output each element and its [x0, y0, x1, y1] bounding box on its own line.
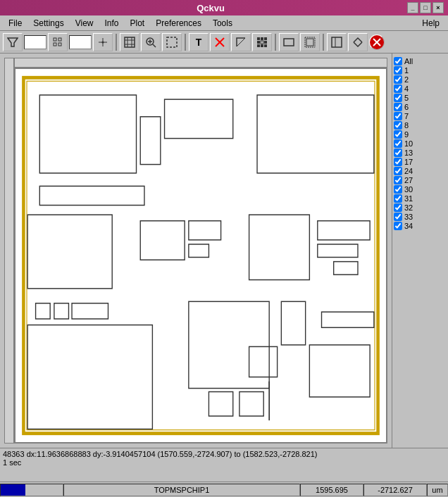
- layer-checkbox-5[interactable]: [394, 94, 402, 102]
- layer-item-1: 1: [394, 66, 447, 75]
- layer-checkbox-2[interactable]: [394, 75, 402, 84]
- menu-view[interactable]: View: [70, 17, 99, 30]
- layer-checkbox-27[interactable]: [394, 176, 402, 184]
- menu-tools[interactable]: Tools: [207, 17, 238, 30]
- layer-checkbox-24[interactable]: [394, 167, 402, 175]
- menu-file[interactable]: File: [3, 17, 27, 30]
- svg-rect-22: [261, 37, 263, 40]
- layer-checkbox-33[interactable]: [394, 213, 402, 221]
- svg-rect-17: [167, 37, 177, 47]
- layer-item-6: 6: [394, 103, 447, 111]
- expand-button[interactable]: [348, 33, 368, 51]
- layer-item-9: 9: [394, 130, 447, 139]
- layer-checkbox-34[interactable]: [394, 222, 402, 230]
- layer-panel: All1245678910131724273031323334: [392, 54, 448, 448]
- close-button[interactable]: ×: [433, 2, 444, 13]
- menu-bar: File Settings View Info Plot Preferences…: [0, 15, 448, 31]
- layer-item-2: 2: [394, 75, 447, 84]
- layer-item-17: 17: [394, 158, 447, 166]
- svg-rect-3: [54, 43, 56, 46]
- svg-line-20: [237, 38, 245, 46]
- layer-checkbox-13[interactable]: [394, 149, 402, 157]
- layer-checkbox-8[interactable]: [394, 121, 402, 130]
- unit-field: um: [427, 484, 448, 496]
- rect-button[interactable]: [279, 33, 299, 51]
- minimize-button[interactable]: _: [407, 2, 418, 13]
- layer-checkbox-4[interactable]: [394, 84, 402, 93]
- layer-item-all: All: [394, 57, 447, 65]
- close-red-button[interactable]: [369, 34, 385, 50]
- menu-plot[interactable]: Plot: [125, 17, 151, 30]
- layer-checkbox-6[interactable]: [394, 103, 402, 111]
- corner-button[interactable]: [231, 33, 251, 51]
- layer-label-34: 34: [404, 222, 413, 230]
- separator-4: [323, 34, 324, 51]
- pattern-button[interactable]: [252, 33, 272, 51]
- layer-checkbox-1[interactable]: [394, 66, 402, 75]
- svg-rect-33: [332, 37, 342, 47]
- layer-toggle-button[interactable]: [327, 33, 347, 51]
- progress-bar: [0, 484, 63, 496]
- layer-checkbox-30[interactable]: [394, 185, 402, 194]
- layer-item-8: 8: [394, 121, 447, 130]
- ruler-top: [14, 58, 387, 68]
- svg-rect-21: [257, 37, 260, 40]
- layer-label-17: 17: [404, 158, 413, 166]
- svg-line-14: [153, 44, 156, 47]
- window-title: Qckvu: [14, 3, 407, 13]
- progress-fill: [1, 484, 25, 496]
- cell-name-field: TOPMSPCHIP1: [63, 484, 300, 496]
- layer-label-7: 7: [404, 112, 409, 120]
- select-button[interactable]: [162, 33, 182, 51]
- layer-checkbox-17[interactable]: [394, 158, 402, 166]
- svg-rect-32: [306, 39, 313, 46]
- svg-marker-0: [8, 38, 18, 46]
- status-bar: 48363 dx:11.9636868883 dy:-3.9140457104 …: [0, 448, 448, 482]
- svg-rect-29: [264, 44, 267, 47]
- svg-rect-1: [54, 38, 56, 41]
- menu-info[interactable]: Info: [99, 17, 125, 30]
- text-button[interactable]: T: [189, 33, 209, 51]
- cross-button[interactable]: [210, 33, 230, 51]
- svg-rect-23: [264, 37, 267, 40]
- menu-help[interactable]: Help: [416, 17, 445, 30]
- layer-label-27: 27: [404, 176, 413, 184]
- toolbar: 20 4 T: [0, 31, 448, 54]
- svg-rect-8: [125, 37, 135, 47]
- svg-rect-27: [257, 44, 260, 47]
- layer-checkbox-7[interactable]: [394, 112, 402, 120]
- grid-icon-1[interactable]: [48, 33, 68, 51]
- layer-item-13: 13: [394, 149, 447, 157]
- svg-rect-28: [261, 44, 263, 47]
- layer-checkbox-10[interactable]: [394, 139, 402, 148]
- layer-label-all: All: [404, 57, 413, 65]
- grid-icon-2[interactable]: [93, 33, 113, 51]
- zoom-input[interactable]: 20: [24, 35, 46, 49]
- separator-1: [116, 34, 117, 51]
- coord-x-field: 1595.695: [300, 484, 363, 496]
- layer-item-34: 34: [394, 222, 447, 230]
- main-content: All1245678910131724273031323334: [0, 54, 448, 448]
- zoom-in-button[interactable]: [141, 33, 161, 51]
- maximize-button[interactable]: □: [420, 2, 431, 13]
- separator-2: [185, 34, 186, 51]
- layer-checkbox-9[interactable]: [394, 130, 402, 139]
- menu-settings[interactable]: Settings: [27, 17, 69, 30]
- svg-rect-26: [264, 41, 267, 44]
- layer-item-5: 5: [394, 94, 447, 102]
- status-line-1: 48363 dx:11.9636868883 dy:-3.9140457104 …: [3, 450, 445, 458]
- svg-rect-24: [257, 41, 260, 44]
- layer-label-2: 2: [404, 75, 409, 84]
- svg-rect-38: [27, 81, 375, 429]
- menu-preferences[interactable]: Preferences: [150, 17, 207, 30]
- svg-rect-25: [261, 41, 263, 44]
- filter-button[interactable]: [3, 33, 23, 51]
- layer-item-10: 10: [394, 139, 447, 148]
- layer-checkbox-all[interactable]: [394, 57, 402, 65]
- dotted-rect-button[interactable]: [300, 33, 320, 51]
- zoom-fit-button[interactable]: [120, 33, 139, 51]
- layer-checkbox-31[interactable]: [394, 194, 402, 203]
- layer-checkbox-32[interactable]: [394, 203, 402, 212]
- step-input[interactable]: 4: [69, 35, 92, 49]
- chip-canvas-area[interactable]: [14, 68, 387, 443]
